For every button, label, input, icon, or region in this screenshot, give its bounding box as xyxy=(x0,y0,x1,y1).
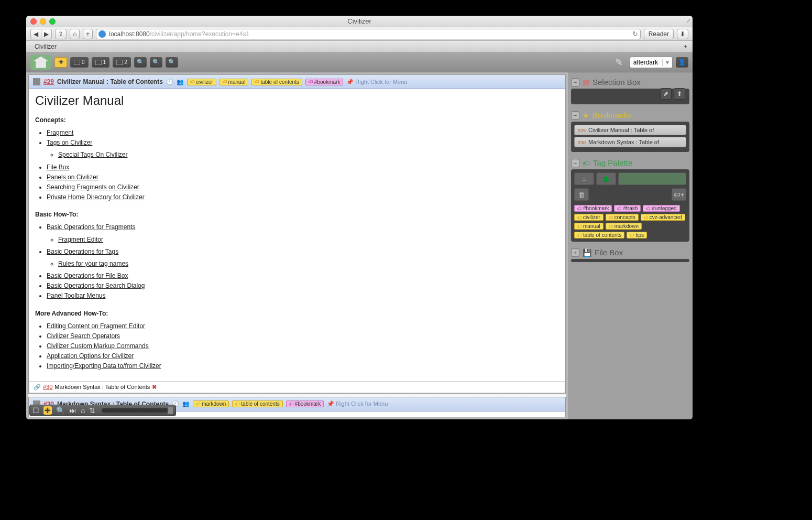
related-id[interactable]: #30 xyxy=(43,384,52,390)
add-button[interactable]: ✚ xyxy=(43,406,52,415)
save-icon: 💾 xyxy=(583,248,591,257)
link-panels[interactable]: Panels on Civilizer xyxy=(47,174,98,181)
new-fragment-button[interactable]: ✚ xyxy=(54,57,67,68)
tag-item[interactable]: 🏷cvz-advanced xyxy=(641,214,685,221)
tag-markdown[interactable]: 🏷markdown xyxy=(193,400,229,407)
search-button-1[interactable]: 🔍 xyxy=(134,57,147,68)
tag-toc[interactable]: 🏷table of contents xyxy=(232,400,282,407)
bookmark-item[interactable]: #30 Markdown Syntax : Table of xyxy=(574,137,686,147)
selection-box-header[interactable]: − ▤ Selection Box xyxy=(571,75,689,89)
link-import-export[interactable]: Importing/Exporting Data to/from Civiliz… xyxy=(47,362,161,370)
brush-icon[interactable]: ✎ xyxy=(615,57,627,68)
tag-tree-view-button[interactable]: 🌲 xyxy=(596,172,616,185)
sidebar-up-button[interactable]: ⬈ xyxy=(660,88,672,100)
tag-item[interactable]: 🏷concepts xyxy=(606,214,639,221)
url-bar[interactable]: localhost:8080/civilizer/app/home?execut… xyxy=(96,29,640,39)
section-title: More Advanced How-To: xyxy=(35,310,559,317)
downloads-button[interactable]: ⬇ xyxy=(677,29,688,39)
related-title: Markdown Syntax : Table of Contents xyxy=(54,384,150,390)
tag-item[interactable]: 🏷manual xyxy=(574,223,603,230)
link-basic-search[interactable]: Basic Operations for Search Dialog xyxy=(47,282,145,289)
bookmarks-header[interactable]: − ★ Bookmarks xyxy=(571,109,689,122)
tag-bookmark[interactable]: 🏷#bookmark xyxy=(286,400,324,407)
tag-item[interactable]: 🏷tips xyxy=(627,232,647,239)
back-button[interactable]: ◀ xyxy=(30,29,41,39)
link-basic-frag[interactable]: Basic Operations for Fragments xyxy=(47,223,135,231)
browser-window: Civilizer ⤢ ◀ ▶ ⇪ ⌂ + localhost:8080/civ… xyxy=(26,16,693,419)
link-fragment[interactable]: Fragment xyxy=(47,129,73,136)
tag-item[interactable]: 🏷markdown xyxy=(606,223,642,230)
collapse-icon[interactable]: − xyxy=(571,159,579,167)
link-basic-filebox[interactable]: Basic Operations for File Box xyxy=(47,272,128,279)
tag-toc[interactable]: 🏷table of contents xyxy=(251,79,302,85)
tag-palette-header[interactable]: − 🏷 Tag Palette xyxy=(571,156,689,169)
sidebar-top-button[interactable]: ⬆ xyxy=(674,88,685,100)
tag-add-button[interactable]: 🏷+ xyxy=(672,188,686,201)
tab-add-icon[interactable]: + xyxy=(678,43,693,50)
link-markup[interactable]: Civilizer Custom Markup Commands xyxy=(47,342,149,350)
link-filebox[interactable]: File Box xyxy=(47,164,69,171)
logo-icon[interactable] xyxy=(30,55,51,70)
share-button[interactable]: ⇪ xyxy=(55,29,67,39)
reader-button[interactable]: Reader xyxy=(644,29,674,39)
tag-delete-button[interactable]: 🗑 xyxy=(574,188,589,201)
sort-icon[interactable]: ⇅ xyxy=(89,406,95,415)
tag-item[interactable]: 🏷civilizer xyxy=(574,214,603,221)
checkbox-icon[interactable]: ☐ xyxy=(32,406,39,415)
next-icon[interactable]: ⏭ xyxy=(69,406,76,415)
slider[interactable] xyxy=(102,408,173,413)
link-basic-tags[interactable]: Basic Operations for Tags xyxy=(47,248,118,255)
home-button[interactable]: ⌂ xyxy=(70,29,80,39)
file-box-header[interactable]: + 💾 File Box xyxy=(571,246,689,259)
search-button-2[interactable]: 🔍 xyxy=(150,57,162,68)
panel-0-button[interactable]: 0 xyxy=(70,57,89,68)
slider-thumb[interactable] xyxy=(168,407,173,414)
bookmark-item[interactable]: #29 Civilizer Manual : Table of xyxy=(574,125,686,135)
link-panel-menus[interactable]: Panel Toolbar Menus xyxy=(47,292,106,299)
link-searching[interactable]: Searching Fragments on Civilizer xyxy=(47,183,139,191)
fragment-checkbox[interactable] xyxy=(33,78,40,85)
panel-2-button[interactable]: 2 xyxy=(113,57,131,68)
svg-rect-1 xyxy=(95,60,102,65)
link-tag-rules[interactable]: Rules for your tag names xyxy=(58,260,128,267)
tag-palette-panel: ≡ 🌲 🗑 🏷+ 🏷#bookmark 🏷#trash 🏷#untagged 🏷… xyxy=(571,169,689,242)
home-icon[interactable]: ⌂ xyxy=(81,406,85,415)
search-icon[interactable]: 🔍 xyxy=(56,406,65,415)
related-remove[interactable]: ✖ xyxy=(152,384,157,391)
tag-list-view-button[interactable]: ≡ xyxy=(574,172,594,185)
tag-palette-title: Tag Palette xyxy=(593,158,632,167)
tag-search-input[interactable] xyxy=(618,172,686,185)
fragment-id[interactable]: #29 xyxy=(43,78,54,85)
tag-bookmark[interactable]: 🏷#bookmark xyxy=(305,79,343,85)
expand-icon[interactable]: + xyxy=(571,248,579,257)
new-tab-button[interactable]: + xyxy=(83,29,93,39)
main-panel: #29 Civilizer Manual : Table of Contents… xyxy=(28,74,566,417)
reload-icon[interactable]: ↻ xyxy=(632,30,638,38)
forward-button[interactable]: ▶ xyxy=(41,29,52,39)
theme-select[interactable]: afterdark ▾ xyxy=(630,57,673,68)
user-button[interactable]: 👤 xyxy=(676,57,688,68)
tag-item[interactable]: 🏷#untagged xyxy=(643,205,679,212)
tag-civilizer[interactable]: 🏷civilizer xyxy=(187,79,216,85)
svg-rect-2 xyxy=(116,60,123,65)
collapse-icon[interactable]: − xyxy=(571,111,579,120)
tag-manual[interactable]: 🏷manual xyxy=(220,79,249,85)
link-homedir[interactable]: Private Home Directory for Civilizer xyxy=(47,193,145,201)
file-box-title: File Box xyxy=(595,248,623,257)
browser-tab[interactable]: Civilizer xyxy=(30,43,61,50)
expand-icon[interactable]: ⤢ xyxy=(686,18,690,24)
fragment-header[interactable]: #29 Civilizer Manual : Table of Contents… xyxy=(29,75,565,89)
link-search-ops[interactable]: Civilizer Search Operators xyxy=(47,332,120,340)
tag-item[interactable]: 🏷table of contents xyxy=(574,232,624,239)
link-editing[interactable]: Editing Content on Fragment Editor xyxy=(47,322,145,330)
theme-label: afterdark xyxy=(633,59,658,66)
panel-1-button[interactable]: 1 xyxy=(92,57,110,68)
collapse-icon[interactable]: − xyxy=(571,78,579,86)
tag-item[interactable]: 🏷#bookmark xyxy=(574,205,612,212)
link-special-tags[interactable]: Special Tags On Civilizer xyxy=(58,151,128,158)
link-tags[interactable]: Tags on Civilizer xyxy=(47,139,92,146)
search-button-3[interactable]: 🔍 xyxy=(166,57,178,68)
link-frag-editor[interactable]: Fragment Editor xyxy=(58,236,103,243)
tag-item[interactable]: 🏷#trash xyxy=(614,205,641,212)
link-options[interactable]: Application Options for Civilizer xyxy=(47,352,134,360)
